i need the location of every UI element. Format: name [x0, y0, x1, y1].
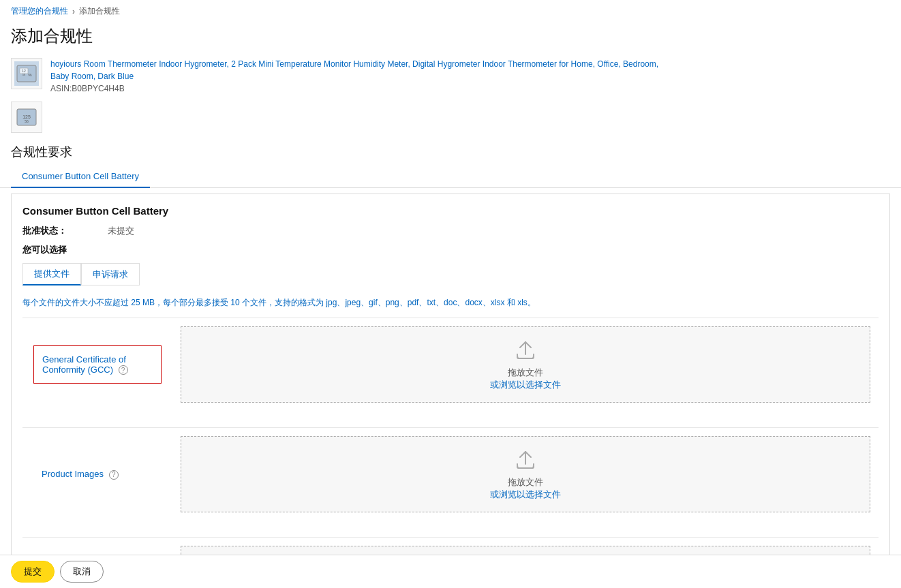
- breadcrumb-separator: ›: [72, 7, 75, 16]
- upload-label-col-gcc: General Certificate of Conformity (GCC) …: [22, 318, 172, 411]
- tabs-selector: 提供文件 申诉请求: [22, 263, 879, 285]
- breadcrumb-parent[interactable]: 管理您的合规性: [11, 5, 68, 17]
- breadcrumb-current: 添加合规性: [79, 5, 120, 17]
- gcc-help-icon[interactable]: ?: [119, 365, 128, 375]
- product-images-drop-zone[interactable]: 拖放文件 或浏览以选择文件: [181, 436, 870, 512]
- svg-text:%: %: [28, 73, 32, 77]
- gcc-upload-col: 拖放文件 或浏览以选择文件: [172, 318, 879, 411]
- product-images-label-box: Product Images ?: [33, 461, 162, 488]
- svg-text:56: 56: [22, 73, 26, 76]
- gcc-browse-link[interactable]: 或浏览以选择文件: [490, 380, 561, 390]
- compliance-content: Consumer Button Cell Battery 批准状态： 未提交 您…: [0, 194, 901, 588]
- svg-text:125: 125: [22, 114, 31, 119]
- product-images-drop-text: 拖放文件 或浏览以选择文件: [490, 476, 561, 501]
- compliance-card: Consumer Button Cell Battery 批准状态： 未提交 您…: [11, 194, 890, 588]
- svg-text:56: 56: [25, 119, 29, 123]
- product-details: hoyiours Room Thermometer Indoor Hygrome…: [50, 58, 664, 93]
- compliance-card-title: Consumer Button Cell Battery: [22, 205, 879, 217]
- gcc-label: General Certificate of Conformity (GCC): [42, 354, 126, 375]
- tab-appeal-request[interactable]: 申诉请求: [81, 263, 140, 285]
- tab-provide-document[interactable]: 提供文件: [22, 263, 81, 285]
- upload-section-gcc: General Certificate of Conformity (GCC) …: [22, 318, 879, 411]
- file-info: 每个文件的文件大小不应超过 25 MB，每个部分最多接受 10 个文件，支持的格…: [22, 296, 879, 309]
- product-thumbnail-2: 125 56: [0, 102, 901, 138]
- page-title: 添加合规性: [0, 22, 901, 55]
- product-thumbnail: 12 56 %: [11, 58, 42, 89]
- product-images-help-icon[interactable]: ?: [109, 470, 119, 480]
- gcc-upload-icon: [513, 338, 538, 362]
- compliance-tab-bar: Consumer Button Cell Battery: [0, 166, 901, 188]
- status-label: 批准状态：: [22, 225, 67, 237]
- product-images-label: Product Images: [42, 469, 104, 479]
- compliance-requirements-title: 合规性要求: [0, 138, 901, 166]
- product-info: 12 56 % hoyiours Room Thermometer Indoor…: [0, 55, 901, 102]
- product-images-upload-col: 拖放文件 或浏览以选择文件: [172, 428, 879, 521]
- status-row: 批准状态： 未提交: [22, 225, 879, 237]
- product-title: hoyiours Room Thermometer Indoor Hygrome…: [50, 58, 664, 82]
- product-images-upload-icon: [513, 448, 538, 472]
- status-value: 未提交: [108, 225, 134, 237]
- upload-label-col-product-images: Product Images ?: [22, 428, 172, 521]
- gcc-drop-zone[interactable]: 拖放文件 或浏览以选择文件: [181, 326, 870, 403]
- cancel-button[interactable]: 取消: [60, 561, 104, 583]
- product-thumbnail-image: 12 56 %: [14, 61, 39, 86]
- upload-section-product-images: Product Images ? 拖放文件 或浏览以选择文件: [22, 427, 879, 521]
- gcc-label-box: General Certificate of Conformity (GCC) …: [33, 345, 162, 384]
- product-images-browse-link[interactable]: 或浏览以选择文件: [490, 489, 561, 499]
- submit-bar: 提交 取消: [0, 555, 901, 588]
- submit-button[interactable]: 提交: [11, 561, 55, 583]
- options-label: 您可以选择: [22, 244, 879, 256]
- product-asin: ASIN:B0BPYC4H4B: [50, 84, 664, 93]
- gcc-drop-text: 拖放文件 或浏览以选择文件: [490, 367, 561, 391]
- tab-consumer-button-cell-battery[interactable]: Consumer Button Cell Battery: [11, 166, 150, 188]
- breadcrumb: 管理您的合规性 › 添加合规性: [0, 0, 901, 22]
